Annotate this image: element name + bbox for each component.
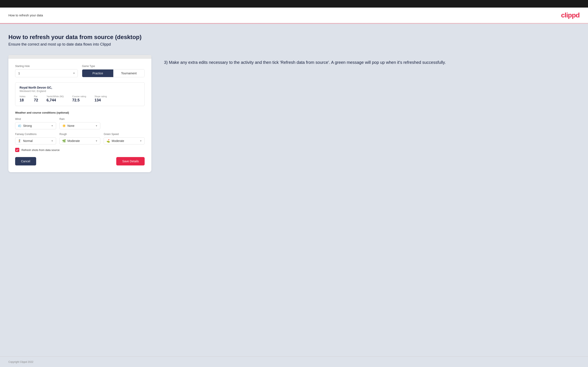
green-speed-value: Moderate [112,139,139,142]
refresh-checkbox[interactable] [15,148,19,152]
practice-button[interactable]: Practice [82,69,113,77]
fairway-icon: 🏌️ [18,139,21,142]
header: How to refresh your data clippd [0,8,588,24]
green-speed-group: Green Speed ⛳ Moderate ▼ [104,133,145,144]
slope-rating-value: 134 [95,98,107,102]
game-type-group: Game Type Practice Tournament [82,65,145,77]
refresh-checkbox-label: Refresh shots from data source [21,149,60,152]
page-heading: How to refresh your data from source (de… [9,34,579,41]
checkmark-icon [16,149,18,151]
par-value: 72 [34,98,38,102]
rough-select[interactable]: 🌿 Moderate ▼ [60,137,101,144]
starting-hole-label: Starting Hole [15,65,78,68]
conditions-row-2: Fairway Conditions 🏌️ Normal ▼ Rough 🌿 M… [15,133,145,144]
fairway-arrow-icon: ▼ [51,140,53,142]
slope-rating-label: Slope rating [95,95,107,98]
rough-group: Rough 🌿 Moderate ▼ [60,133,101,144]
green-speed-arrow-icon: ▼ [140,140,142,142]
rain-arrow-icon: ▼ [95,125,97,127]
starting-hole-select[interactable]: 1 [15,69,78,77]
rain-select[interactable]: ☀️ None ▼ [60,122,101,129]
game-type-label: Game Type [82,65,145,68]
logo: clippd [561,11,579,19]
yards-label: Yards/White (M)) [46,95,64,98]
wind-value: Strong [23,124,50,127]
main-content: How to refresh your data from source (de… [0,24,588,356]
course-name: Royal North Devon GC, [19,86,140,89]
content-area: Starting Hole 1 ▼ Game Type Practice Tou… [9,55,579,172]
starting-hole-wrapper: 1 ▼ [15,69,78,77]
form-row-top: Starting Hole 1 ▼ Game Type Practice Tou… [15,65,145,77]
footer-copyright: Copyright Clippd 2022 [9,360,34,363]
rain-label: Rain [60,117,101,121]
tournament-button[interactable]: Tournament [113,69,144,77]
empty-group [104,117,145,129]
holes-label: Holes [19,95,26,98]
starting-hole-group: Starting Hole 1 ▼ [15,65,78,77]
game-type-buttons: Practice Tournament [82,69,145,77]
conditions-section-title: Weather and course conditions (optional) [15,111,145,114]
header-title: How to refresh your data [9,13,43,17]
checkbox-row: Refresh shots from data source [15,148,145,152]
top-bar [0,0,588,8]
course-stats: Holes 18 Par 72 Yards/White (M)) 6,744 C… [19,95,140,102]
rough-icon: 🌿 [62,139,66,142]
course-table: Royal North Devon GC, Westward Ho!, Engl… [15,82,145,106]
rain-value: None [68,124,95,127]
cancel-button[interactable]: Cancel [15,157,36,166]
save-details-button[interactable]: Save Details [116,157,145,166]
fairway-value: Normal [23,139,50,142]
button-row: Cancel Save Details [15,157,145,166]
footer: Copyright Clippd 2022 [0,356,588,367]
fairway-group: Fairway Conditions 🏌️ Normal ▼ [15,133,56,144]
holes-value: 18 [19,98,26,102]
page-subheading: Ensure the correct and most up to date d… [9,42,579,47]
course-rating-stat: Course rating 72.5 [72,95,86,102]
rain-group: Rain ☀️ None ▼ [60,117,101,129]
card-top-bar [9,55,151,59]
wind-label: Wind [15,117,56,121]
course-rating-label: Course rating [72,95,86,98]
slope-rating-stat: Slope rating 134 [95,95,107,102]
green-speed-select[interactable]: ⛳ Moderate ▼ [104,137,145,144]
fairway-select[interactable]: 🏌️ Normal ▼ [15,137,56,144]
yards-stat: Yards/White (M)) 6,744 [46,95,64,102]
side-note: 3) Make any extra edits necessary to the… [164,55,579,66]
wind-arrow-icon: ▼ [51,125,53,127]
par-stat: Par 72 [34,95,38,102]
conditions-row-1: Wind 💨 Strong ▼ Rain ☀️ None ▼ [15,117,145,129]
fairway-label: Fairway Conditions [15,133,56,136]
rough-label: Rough [60,133,101,136]
par-label: Par [34,95,38,98]
green-speed-label: Green Speed [104,133,145,136]
rain-icon: ☀️ [62,124,66,127]
course-location: Westward Ho!, England [19,90,140,92]
wind-group: Wind 💨 Strong ▼ [15,117,56,129]
green-speed-icon: ⛳ [106,139,110,142]
wind-icon: 💨 [18,124,21,127]
form-card: Starting Hole 1 ▼ Game Type Practice Tou… [9,55,151,172]
rough-arrow-icon: ▼ [95,140,97,142]
course-rating-value: 72.5 [72,98,86,102]
wind-select[interactable]: 💨 Strong ▼ [15,122,56,129]
holes-stat: Holes 18 [19,95,26,102]
rough-value: Moderate [68,139,95,142]
yards-value: 6,744 [46,98,64,102]
side-note-text: 3) Make any extra edits necessary to the… [164,59,579,66]
